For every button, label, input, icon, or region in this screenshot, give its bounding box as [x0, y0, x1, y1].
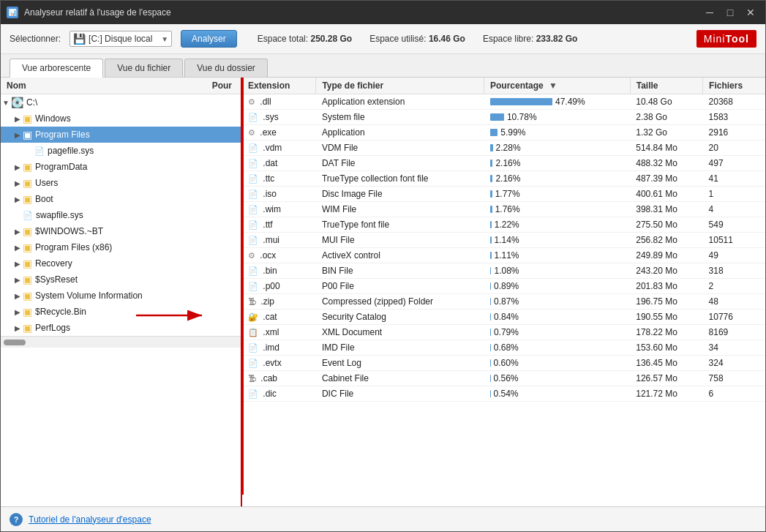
table-row[interactable]: 📄 .ttc TrueType collection font file 2.1… [242, 171, 765, 187]
col-header-type[interactable]: Type de fichier [316, 78, 484, 94]
minitool-logo: MiniTool [696, 30, 756, 48]
drive-select-text: [C:] Disque local [89, 34, 158, 44]
tree-item-sysvolinfo[interactable]: ▶ ▣ System Volume Information [1, 288, 241, 304]
file-icon: 📄 [34, 146, 45, 156]
extension-icon: 📄 [248, 343, 258, 352]
cell-files: 48 [703, 294, 765, 310]
table-row[interactable]: 📄 .mui MUI File 1.14% 256.82 Mo 10511 [242, 233, 765, 248]
cell-files: 497 [703, 156, 765, 171]
table-row[interactable]: ⚙ .exe Application 5.99% 1.32 Go 2916 [242, 125, 765, 141]
table-row[interactable]: 🗜 .zip Compressed (zipped) Folder 0.87% … [242, 294, 765, 310]
tree-item-recycle[interactable]: ▶ ▣ $Recycle.Bin [1, 304, 241, 320]
tree-item-programfiles[interactable]: ▶ ▣ Program Files [1, 127, 241, 143]
table-row[interactable]: ⚙ .ocx ActiveX control 1.11% 249.89 Mo 4… [242, 248, 765, 263]
maximize-button[interactable]: □ [721, 5, 739, 20]
horizontal-scrollbar[interactable] [1, 336, 241, 348]
tree-item-sysreset[interactable]: ▶ ▣ $SysReset [1, 271, 241, 288]
col-header-extension[interactable]: Extension [242, 78, 316, 94]
table-row[interactable]: 📄 .p00 P00 File 0.89% 201.83 Mo 2 [242, 279, 765, 294]
cell-files: 549 [703, 217, 765, 233]
cell-type: Event Log [316, 356, 484, 371]
cell-type: Application [316, 125, 484, 141]
cell-files: 6 [703, 386, 765, 402]
table-row[interactable]: 📄 .iso Disc Image File 1.77% 400.61 Mo 1 [242, 187, 765, 202]
extension-icon: ⚙ [248, 251, 255, 260]
table-row[interactable]: 🔐 .cat Security Catalog 0.84% 190.55 Mo … [242, 310, 765, 325]
cell-size: 514.84 Mo [630, 141, 702, 156]
tree-header: Nom Pour [1, 78, 241, 94]
tree-item-name: Program Files [35, 130, 241, 140]
cell-files: 758 [703, 371, 765, 386]
folder-icon: ▣ [23, 113, 32, 124]
folder-icon: ▣ [23, 161, 32, 173]
tutorial-link[interactable]: Tutoriel de l'analyseur d'espace [29, 514, 151, 525]
pct-bar [490, 98, 552, 105]
col-header-files[interactable]: Fichiers [703, 78, 765, 94]
tree-item-name: $WINDOWS.~BT [35, 226, 241, 236]
cell-pct: 10.78% [484, 110, 631, 125]
close-button[interactable]: ✕ [742, 5, 759, 20]
col-header-size[interactable]: Taille [630, 78, 702, 94]
cell-type: WIM File [316, 202, 484, 217]
tree-toggle-collapsed: ▶ [12, 292, 23, 300]
table-row[interactable]: 📄 .dic DIC File 0.54% 121.72 Mo 6 [242, 386, 765, 402]
cell-type: XML Document [316, 325, 484, 340]
table-row[interactable]: 📄 .dat DAT File 2.16% 488.32 Mo 497 [242, 156, 765, 171]
tree-item-programdata[interactable]: ▶ ▣ ProgramData [1, 159, 241, 175]
folder-icon: ▣ [23, 241, 32, 253]
tab-file-view[interactable]: Vue du fichier [105, 59, 183, 77]
table-row[interactable]: 📄 .ttf TrueType font file 1.22% 275.50 M… [242, 217, 765, 233]
tree-item-swapfile[interactable]: 📄 swapfile.sys [1, 207, 241, 223]
table-row[interactable]: 📄 .sys System file 10.78% 2.38 Go 1583 [242, 110, 765, 125]
drive-select[interactable]: 💾 [C:] Disque local ▼ [70, 31, 172, 47]
tree-item-c[interactable]: ▼ 💽 C:\ [1, 94, 241, 110]
extension-icon: 🔐 [248, 312, 258, 321]
file-icon: 📄 [23, 211, 33, 220]
tree-item-windowsbt[interactable]: ▶ ▣ $WINDOWS.~BT [1, 223, 241, 239]
cell-pct: 0.68% [484, 340, 631, 356]
tree-toggle-collapsed: ▶ [12, 244, 23, 252]
cell-size: 153.60 Mo [630, 340, 702, 356]
table-row[interactable]: 📄 .wim WIM File 1.76% 398.31 Mo 4 [242, 202, 765, 217]
cell-pct: 2.16% [484, 156, 631, 171]
table-row[interactable]: 📄 .imd IMD File 0.68% 153.60 Mo 34 [242, 340, 765, 356]
sort-arrow-icon: ▼ [549, 80, 557, 91]
pct-bar [490, 329, 491, 336]
table-row[interactable]: 📄 .evtx Event Log 0.60% 136.45 Mo 324 [242, 356, 765, 371]
tree-toggle-collapsed: ▶ [12, 324, 23, 332]
tree-item-boot[interactable]: ▶ ▣ Boot [1, 191, 241, 207]
cell-pct: 0.87% [484, 294, 631, 310]
col-header-pct[interactable]: Pourcentage ▼ [484, 78, 631, 94]
analyze-button[interactable]: Analyser [181, 30, 237, 48]
extension-icon: 📄 [248, 205, 258, 214]
free-space: Espace libre: 233.82 Go [483, 34, 577, 44]
table-row[interactable]: 📄 .bin BIN File 1.08% 243.20 Mo 318 [242, 263, 765, 279]
cell-size: 488.32 Mo [630, 156, 702, 171]
table-row[interactable]: 📄 .vdm VDM File 2.28% 514.84 Mo 20 [242, 141, 765, 156]
pct-bar [490, 375, 491, 382]
tree-item-pagefile[interactable]: 📄 pagefile.sys [1, 143, 241, 159]
tree-item-perflogs[interactable]: ▶ ▣ PerfLogs [1, 320, 241, 336]
cell-pct: 0.56% [484, 371, 631, 386]
cell-size: 249.89 Mo [630, 248, 702, 263]
cell-type: Security Catalog [316, 310, 484, 325]
tab-tree-view[interactable]: Vue arborescente [10, 59, 103, 78]
tab-folder-view[interactable]: Vue du dossier [184, 59, 268, 77]
pct-bar [490, 236, 492, 244]
extension-icon: 📋 [248, 328, 258, 337]
table-row[interactable]: 🗜 .cab Cabinet File 0.56% 126.57 Mo 758 [242, 371, 765, 386]
cell-size: 398.31 Mo [630, 202, 702, 217]
table-row[interactable]: 📋 .xml XML Document 0.79% 178.22 Mo 8169 [242, 325, 765, 340]
window-title: Analyseur relatif à l'usage de l'espace [24, 7, 171, 18]
cell-extension: ⚙ .ocx [242, 248, 316, 263]
tree-item-windows[interactable]: ▶ ▣ Windows [1, 110, 241, 127]
tree-item-users[interactable]: ▶ ▣ Users [1, 175, 241, 191]
table-row[interactable]: ⚙ .dll Application extension 47.49% 10.4… [242, 94, 765, 110]
file-table-body: ⚙ .dll Application extension 47.49% 10.4… [242, 94, 765, 402]
tree-item-programfilesx86[interactable]: ▶ ▣ Program Files (x86) [1, 239, 241, 255]
cell-size: 400.61 Mo [630, 187, 702, 202]
cell-extension: 📄 .bin [242, 263, 316, 279]
extension-icon: 📄 [248, 143, 258, 152]
tree-item-recovery[interactable]: ▶ ▣ Recovery [1, 255, 241, 271]
minimize-button[interactable]: ─ [701, 5, 718, 20]
